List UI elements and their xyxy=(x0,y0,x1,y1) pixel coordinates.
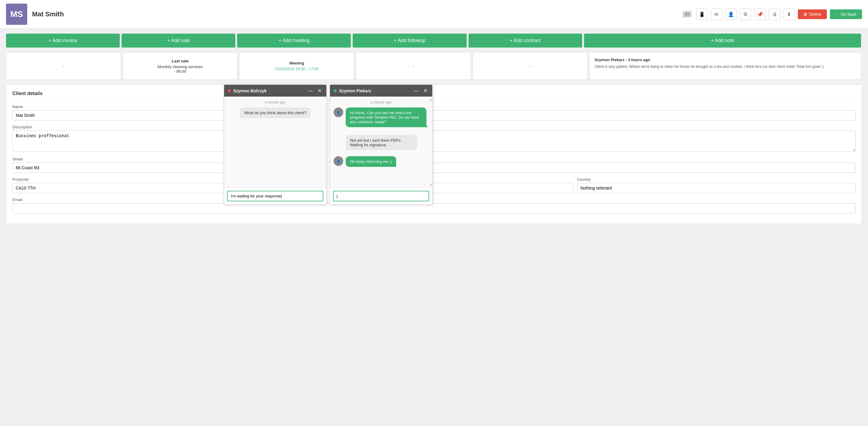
piekarz-avatar-2: 👤 xyxy=(334,156,343,166)
street-group: Street xyxy=(12,157,856,173)
email-label: Email xyxy=(12,197,856,202)
piekarz-status-dot xyxy=(334,89,337,92)
print-button[interactable]: 🖨 xyxy=(769,8,780,20)
tag-icon[interactable]: 🏷 xyxy=(683,11,691,17)
email-input[interactable] xyxy=(12,203,856,214)
delete-icon: 🗑 xyxy=(803,12,807,17)
go-back-button[interactable]: ← Go back xyxy=(830,9,862,19)
note-author: Szymon Piekarz - 3 hours ago xyxy=(595,58,856,62)
street-label: Street xyxy=(12,157,856,161)
add-invoice-button[interactable]: + Add invoice xyxy=(6,34,120,48)
street-input[interactable] xyxy=(12,163,856,173)
meeting-date: 23/10/2019 16:00 - 17:00 xyxy=(275,66,319,71)
description-label: Description xyxy=(12,125,856,129)
followup-card: - xyxy=(356,52,471,80)
piekarz-msg-row-2: 👤 Ok keep informing me :) xyxy=(334,156,429,167)
bolczyk-timestamp: a minute ago xyxy=(228,100,323,105)
chat-bolczyk-body: a minute ago What do you think about thi… xyxy=(224,96,326,188)
location-row: Postcode City Country Nothing selected xyxy=(12,177,856,197)
invoice-card: - xyxy=(6,52,121,80)
action-buttons-row: + Add invoice + Add sale + Add meeting +… xyxy=(0,29,868,52)
phone-button[interactable]: 📱 xyxy=(696,8,708,20)
bolczyk-minimize-button[interactable]: — xyxy=(307,88,314,93)
description-input[interactable]: Bussines proffesional xyxy=(12,131,856,152)
name-label: Name xyxy=(12,105,856,109)
invoice-empty: - xyxy=(63,63,64,69)
name-group: Name xyxy=(12,105,856,120)
sale-description: Monthly cleaning services xyxy=(158,64,203,69)
chat-bolczyk-title: Szymon Bolczyk xyxy=(233,88,304,93)
piekarz-minimize-button[interactable]: — xyxy=(412,88,420,93)
client-avatar: MS xyxy=(6,4,27,25)
chat-scrollbar[interactable]: ▲ ▲ xyxy=(430,96,432,188)
chat-piekarz-body: a minute ago 👤 Hi Annie, Can you tell me… xyxy=(330,96,432,188)
delete-button[interactable]: 🗑 Delete xyxy=(798,9,827,19)
sale-amount: - 99.00 xyxy=(174,69,186,74)
add-followup-button[interactable]: + Add followup xyxy=(353,34,466,48)
piekarz-timestamp: a minute ago xyxy=(334,100,429,105)
email-group: Email xyxy=(12,197,856,214)
piekarz-avatar-1: 👤 xyxy=(334,108,343,117)
page-header: MS Mat Smith 🏷 📱 ✉ 👤 ⧉ 📌 🖨 ⬆ 🗑 Delete ← … xyxy=(0,0,868,29)
bolczyk-close-button[interactable]: ✕ xyxy=(316,88,323,93)
copy-button[interactable]: ⧉ xyxy=(740,8,751,20)
bolczyk-input-area xyxy=(224,188,326,204)
client-details-panel: Client details Name Description Bussines… xyxy=(6,84,862,224)
chat-bolczyk-header: Szymon Bolczyk — ✕ xyxy=(224,85,326,96)
email-button[interactable]: ✉ xyxy=(711,8,722,20)
delete-label: Delete xyxy=(809,12,822,17)
country-label: Country xyxy=(577,177,856,182)
description-group: Description Bussines proffesional xyxy=(12,125,856,152)
client-name: Mat Smith xyxy=(32,10,678,18)
piekarz-sent-msg-2: Ok keep informing me :) xyxy=(346,156,396,167)
note-card: Szymon Piekarz - 3 hours ago Client is v… xyxy=(589,52,861,80)
client-details-title: Client details xyxy=(12,91,856,100)
chat-piekarz-header: Szymon Piekarz — ✕ xyxy=(330,85,432,96)
piekarz-chat-input[interactable] xyxy=(333,191,429,201)
chat-windows-container: Szymon Bolczyk — ✕ a minute ago What do … xyxy=(224,84,433,205)
add-note-button[interactable]: + Add note xyxy=(584,34,861,48)
bolczyk-received-msg: What do you think about this client? xyxy=(240,108,310,118)
add-contract-button[interactable]: + Add contract xyxy=(468,34,582,48)
bolczyk-status-dot xyxy=(228,89,231,92)
sale-title: Last sale xyxy=(172,59,189,63)
scroll-down-arrow[interactable]: ▲ xyxy=(430,183,432,186)
meeting-card: Meeting 23/10/2019 16:00 - 17:00 xyxy=(239,52,354,80)
main-content: Client details Name Description Bussines… xyxy=(0,84,868,230)
header-actions: 📱 ✉ 👤 ⧉ 📌 🖨 ⬆ 🗑 Delete ← Go back xyxy=(696,8,862,20)
bolczyk-chat-input[interactable] xyxy=(227,191,323,201)
meeting-title: Meeting xyxy=(289,61,304,65)
country-group: Country Nothing selected xyxy=(577,177,856,193)
sale-card: Last sale Monthly cleaning services - 99… xyxy=(123,52,238,80)
chat-piekarz-window: Szymon Piekarz — ✕ a minute ago 👤 Hi Ann… xyxy=(330,84,433,205)
scroll-up-arrow[interactable]: ▲ xyxy=(430,98,432,101)
add-meeting-button[interactable]: + Add meeting xyxy=(237,34,351,48)
info-cards-row: - Last sale Monthly cleaning services - … xyxy=(0,52,868,84)
note-text: Client is very patient. Where we're tryi… xyxy=(595,64,856,69)
upload-button[interactable]: ⬆ xyxy=(783,8,795,20)
name-input[interactable] xyxy=(12,110,856,120)
user-button[interactable]: 👤 xyxy=(725,8,737,20)
chat-bolczyk-window: Szymon Bolczyk — ✕ a minute ago What do … xyxy=(224,84,327,205)
piekarz-input-area xyxy=(330,188,432,204)
contract-card: - xyxy=(473,52,588,80)
piekarz-msg-dismiss[interactable]: ✕ xyxy=(425,124,429,129)
followup-empty: - xyxy=(412,63,414,69)
piekarz-close-button[interactable]: ✕ xyxy=(422,88,429,93)
contract-empty: - xyxy=(529,63,531,69)
pin-button[interactable]: 📌 xyxy=(754,8,766,20)
chat-piekarz-title: Szymon Piekarz xyxy=(339,88,410,93)
go-back-label: ← Go back xyxy=(835,12,857,17)
add-sale-button[interactable]: + Add sale xyxy=(122,34,235,48)
piekarz-received-msg: Not yet but I sent them PDFs. Waiting fo… xyxy=(346,135,417,150)
country-select[interactable]: Nothing selected xyxy=(577,183,856,193)
